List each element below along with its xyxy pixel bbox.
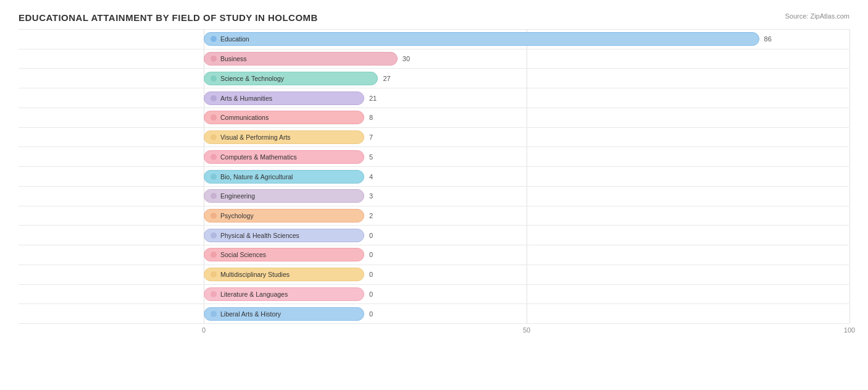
bar-value-12: 0: [369, 271, 373, 278]
bar-pill-4: Communications: [204, 111, 364, 124]
bar-pill-0: Education: [204, 32, 759, 46]
bar-pill-1: Business: [204, 52, 398, 66]
bar-row: Arts & Humanities21: [19, 88, 849, 108]
bar-value-11: 0: [369, 251, 373, 258]
bar-label-8: Engineering: [220, 192, 255, 200]
bars-section: Education86Business30Science & Technolog…: [19, 29, 849, 324]
bar-value-4: 8: [369, 114, 373, 121]
bar-value-5: 7: [369, 134, 373, 141]
chart-container: EDUCATIONAL ATTAINMENT BY FIELD OF STUDY…: [0, 0, 868, 390]
bar-label-4: Communications: [220, 114, 269, 121]
bar-label-11: Social Sciences: [220, 251, 266, 258]
chart-title: EDUCATIONAL ATTAINMENT BY FIELD OF STUDY…: [19, 12, 849, 23]
bar-value-0: 86: [764, 35, 772, 43]
bar-row: Social Sciences0: [19, 245, 849, 265]
x-axis-tick: 0: [198, 326, 210, 334]
bar-label-12: Multidisciplinary Studies: [220, 271, 290, 278]
bar-pill-10: Physical & Health Sciences: [204, 229, 364, 242]
bar-pill-2: Science & Technology: [204, 72, 378, 85]
source-text: Source: ZipAtlas.com: [785, 12, 849, 20]
bar-row: Liberal Arts & History0: [19, 304, 849, 324]
bar-label-1: Business: [220, 55, 247, 62]
x-axis-tick: 50: [520, 326, 533, 334]
bar-row: Physical & Health Sciences0: [19, 226, 849, 245]
bar-label-14: Liberal Arts & History: [220, 310, 281, 318]
bar-pill-14: Liberal Arts & History: [204, 307, 364, 321]
bar-value-1: 30: [403, 55, 410, 62]
bar-row: Bio, Nature & Agricultural4: [19, 167, 849, 187]
bar-value-14: 0: [369, 310, 373, 318]
bar-row: Literature & Languages0: [19, 285, 849, 305]
bar-row: Business30: [19, 49, 849, 69]
bar-row: Multidisciplinary Studies0: [19, 265, 849, 285]
bar-value-10: 0: [369, 232, 373, 239]
bar-row: Engineering3: [19, 187, 849, 206]
bar-label-13: Literature & Languages: [220, 290, 288, 298]
bar-label-5: Visual & Performing Arts: [220, 134, 291, 141]
bar-value-8: 3: [369, 192, 373, 200]
bar-label-10: Physical & Health Sciences: [220, 232, 299, 239]
bar-pill-3: Arts & Humanities: [204, 91, 364, 105]
x-axis-tick: 100: [843, 326, 856, 334]
chart-area: Education86Business30Science & Technolog…: [19, 29, 849, 339]
bar-row: Visual & Performing Arts7: [19, 128, 849, 148]
bar-label-6: Computers & Mathematics: [220, 153, 297, 161]
bar-value-2: 27: [383, 75, 390, 82]
bar-row: Communications8: [19, 108, 849, 128]
bar-pill-5: Visual & Performing Arts: [204, 130, 364, 144]
bar-value-13: 0: [369, 290, 373, 298]
bar-pill-8: Engineering: [204, 189, 364, 203]
bar-value-6: 5: [369, 153, 373, 161]
bar-value-3: 21: [369, 95, 377, 102]
bar-label-2: Science & Technology: [220, 75, 284, 82]
bar-label-3: Arts & Humanities: [220, 95, 272, 102]
bar-pill-6: Computers & Mathematics: [204, 150, 364, 164]
bar-label-0: Education: [220, 35, 249, 43]
bar-label-7: Bio, Nature & Agricultural: [220, 173, 293, 180]
bar-pill-11: Social Sciences: [204, 248, 364, 261]
bar-label-9: Psychology: [220, 212, 254, 219]
bar-row: Computers & Mathematics5: [19, 147, 849, 167]
bar-pill-13: Literature & Languages: [204, 287, 364, 301]
bar-value-7: 4: [369, 173, 373, 180]
bar-pill-7: Bio, Nature & Agricultural: [204, 170, 364, 184]
bar-row: Science & Technology27: [19, 69, 849, 88]
bar-row: Psychology2: [19, 206, 849, 226]
x-axis: 050100: [19, 326, 849, 339]
bar-pill-9: Psychology: [204, 209, 364, 223]
bar-row: Education86: [19, 29, 849, 49]
bar-value-9: 2: [369, 212, 373, 219]
bar-pill-12: Multidisciplinary Studies: [204, 268, 364, 281]
